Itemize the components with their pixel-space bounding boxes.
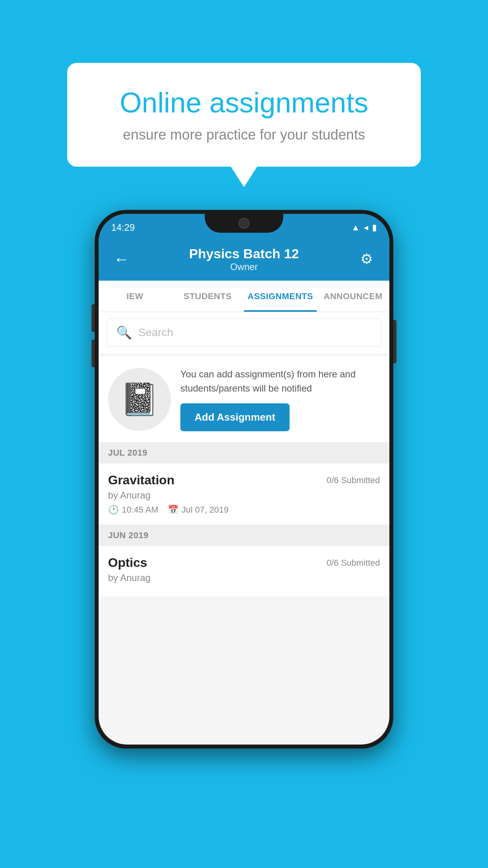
calendar-icon: 📅 [168, 505, 178, 515]
batch-subtitle: Owner [133, 261, 355, 272]
tab-iew[interactable]: IEW [99, 281, 171, 312]
phone-notch [205, 214, 283, 233]
promo-icon-circle: 📓 [108, 368, 171, 431]
phone-screen: 14:29 ▲ ◂ ▮ ← Physics Batch 12 Owner ⚙ [99, 214, 389, 745]
assignment-submitted-optics: 0/6 Submitted [327, 558, 380, 568]
assignment-author-optics: by Anurag [108, 572, 380, 583]
assignment-date-value: Jul 07, 2019 [182, 505, 229, 515]
header-title-area: Physics Batch 12 Owner [133, 246, 355, 272]
volume-down-button[interactable] [92, 340, 95, 367]
status-time: 14:29 [111, 222, 135, 233]
settings-button[interactable]: ⚙ [355, 251, 378, 267]
tabs: IEW STUDENTS ASSIGNMENTS ANNOUNCEM [99, 281, 389, 312]
assignment-time: 🕐 10:45 AM [108, 505, 158, 515]
promo-text: You can add assignment(s) from here and … [180, 367, 380, 395]
speech-bubble-subtitle: ensure more practice for your students [99, 127, 389, 143]
signal-icon: ◂ [364, 223, 368, 233]
assignment-name-optics: Optics [108, 555, 147, 570]
section-header-jun: JUN 2019 [99, 525, 389, 546]
assignment-submitted: 0/6 Submitted [327, 475, 380, 485]
section-header-jul: JUL 2019 [99, 442, 389, 463]
camera-icon [238, 218, 250, 229]
wifi-icon: ▲ [351, 223, 360, 233]
speech-bubble-title: Online assignments [99, 86, 389, 119]
assignment-item-gravitation[interactable]: Gravitation 0/6 Submitted by Anurag 🕐 10… [99, 463, 389, 525]
tab-assignments[interactable]: ASSIGNMENTS [244, 281, 317, 312]
search-container: 🔍 Search [99, 312, 389, 353]
clock-icon: 🕐 [108, 505, 119, 515]
assignment-time-value: 10:45 AM [122, 505, 158, 515]
tab-announcements[interactable]: ANNOUNCEM [317, 281, 389, 312]
power-button[interactable] [393, 320, 396, 363]
promo-card: 📓 You can add assignment(s) from here an… [99, 356, 389, 442]
phone-frame: 14:29 ▲ ◂ ▮ ← Physics Batch 12 Owner ⚙ [95, 210, 393, 748]
search-bar[interactable]: 🔍 Search [106, 318, 382, 347]
promo-content: You can add assignment(s) from here and … [180, 367, 380, 431]
assignment-meta: 🕐 10:45 AM 📅 Jul 07, 2019 [108, 505, 380, 515]
assignment-author: by Anurag [108, 490, 380, 501]
back-button[interactable]: ← [110, 250, 133, 268]
search-icon: 🔍 [116, 325, 132, 340]
add-assignment-button[interactable]: Add Assignment [180, 403, 290, 431]
assignment-date: 📅 Jul 07, 2019 [168, 505, 229, 515]
search-placeholder: Search [138, 326, 173, 339]
app-header: ← Physics Batch 12 Owner ⚙ [99, 237, 389, 281]
batch-title: Physics Batch 12 [133, 246, 355, 261]
assignment-item-optics[interactable]: Optics 0/6 Submitted by Anurag [99, 546, 389, 597]
volume-up-button[interactable] [92, 304, 95, 332]
status-icons: ▲ ◂ ▮ [351, 223, 377, 233]
speech-bubble: Online assignments ensure more practice … [67, 63, 421, 167]
battery-icon: ▮ [372, 223, 377, 233]
notebook-icon: 📓 [120, 381, 159, 418]
tab-students[interactable]: STUDENTS [171, 281, 244, 312]
assignment-name: Gravitation [108, 473, 174, 487]
